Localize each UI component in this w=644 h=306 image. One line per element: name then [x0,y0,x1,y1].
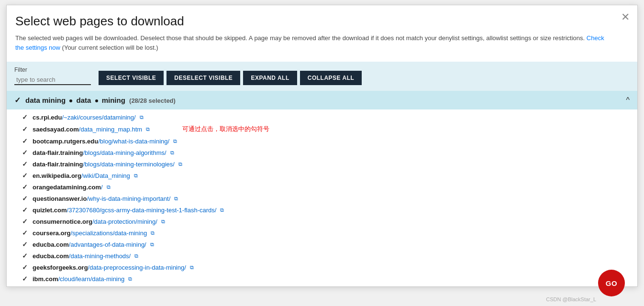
list-item[interactable]: ✓data-flair.training/blogs/data-mining-a… [7,147,637,158]
url-checkbox[interactable]: ✓ [22,263,29,271]
url-checkbox[interactable]: ✓ [22,172,29,179]
url-text: data-flair.training/blogs/data-mining-al… [33,149,167,156]
external-link-icon[interactable]: ⧉ [107,184,111,190]
dialog-description: The selected web pages will be downloade… [15,33,613,52]
url-text: saedsayad.com/data_mining_map.htm [33,126,142,133]
url-text: en.wikipedia.org/wiki/Data_mining [33,172,130,179]
external-link-icon[interactable]: ⧉ [151,230,155,236]
url-text: coursera.org/specializations/data-mining [33,230,147,237]
external-link-icon[interactable]: ⧉ [128,276,132,282]
group-title-mid: data [77,96,91,104]
external-link-icon[interactable]: ⧉ [190,264,194,271]
list-item[interactable]: ✓data-flair.training/blogs/data-mining-t… [7,158,637,170]
filter-bar: Filter SELECT VISIBLE DESELECT VISIBLE E… [7,62,637,91]
external-link-icon[interactable]: ⧉ [150,241,154,248]
list-item[interactable]: ✓ibm.com/cloud/learn/data-mining⧉ [7,273,637,284]
collapse-all-button[interactable]: COLLAPSE ALL [300,71,362,85]
filter-label: Filter [14,66,91,73]
list-item[interactable]: ✓orangedatamining.com/⧉ [7,181,637,193]
settings-note: (Your current selection will be lost.) [62,44,158,51]
url-checkbox[interactable]: ✓ [22,149,29,156]
list-item[interactable]: ✓consumernotice.org/data-protection/mini… [7,216,637,227]
url-text: educba.com/advantages-of-data-mining/ [33,241,146,248]
external-link-icon[interactable]: ⧉ [134,173,138,179]
url-checkbox[interactable]: ✓ [22,229,29,237]
external-link-icon[interactable]: ⧉ [161,219,165,225]
list-item[interactable]: ✓educba.com/data-mining-methods/⧉ [7,250,637,262]
list-item[interactable]: ✓saedsayad.com/data_mining_map.htm⧉可通过点击… [7,123,637,135]
external-link-icon[interactable]: ⧉ [220,207,224,213]
group-checkbox[interactable]: ✓ [14,96,21,105]
group-title-suffix: mining [102,96,125,104]
url-text: orangedatamining.com/ [33,184,103,191]
url-text: bootcamp.rutgers.edu/blog/what-is-data-m… [33,138,169,145]
list-item[interactable]: ✓educba.com/advantages-of-data-mining/⧉ [7,239,637,250]
deselect-visible-button[interactable]: DESELECT VISIBLE [167,71,240,85]
group-collapse-icon[interactable]: ^ [626,96,630,105]
list-item[interactable]: ✓coursera.org/specializations/data-minin… [7,227,637,239]
external-link-icon[interactable]: ⧉ [178,161,182,167]
url-text: ibm.com/cloud/learn/data-mining [33,275,124,283]
url-text: data-flair.training/blogs/data-mining-te… [33,161,175,168]
url-text: questionanswer.io/why-is-data-mining-imp… [33,195,170,202]
external-link-icon[interactable]: ⧉ [146,126,150,132]
url-checkbox[interactable]: ✓ [22,137,29,145]
close-button[interactable]: ✕ [621,12,630,22]
list-item[interactable]: ✓questionanswer.io/why-is-data-mining-im… [7,193,637,204]
search-input[interactable] [14,75,91,85]
group-title-prefix: data mining [25,96,66,104]
expand-all-button[interactable]: EXPAND ALL [243,71,297,85]
url-text: educba.com/data-mining-methods/ [33,252,131,260]
tooltip-text: 可通过点击，取消选中的勾符号 [182,125,269,133]
external-link-icon[interactable]: ⧉ [170,150,174,156]
watermark: CSDN @BlackStar_L [546,296,596,302]
url-checkbox[interactable]: ✓ [22,113,29,121]
url-checkbox[interactable]: ✓ [22,252,29,260]
list-item[interactable]: ✓geeksforgeeks.org/data-preprocessing-in… [7,262,637,273]
content-area: ✓ data mining data mining (28/28 selecte… [7,91,637,286]
url-text: cs.rpi.edu/~zaki/courses/datamining/ [33,114,136,121]
toolbar-buttons: SELECT VISIBLE DESELECT VISIBLE EXPAND A… [99,71,362,85]
group-title: data mining data mining (28/28 selected) [25,96,176,104]
url-checkbox[interactable]: ✓ [22,240,29,248]
list-item[interactable]: ✓cs.rpi.edu/~zaki/courses/datamining/⧉ [7,111,637,123]
list-item[interactable]: ✓en.wikipedia.org/wiki/Data_mining⧉ [7,170,637,181]
url-checkbox[interactable]: ✓ [22,160,29,168]
url-checkbox[interactable]: ✓ [22,183,29,191]
url-checkbox[interactable]: ✓ [22,125,29,133]
dialog-title: Select web pages to download [15,14,613,29]
url-checkbox[interactable]: ✓ [22,218,29,225]
group-header[interactable]: ✓ data mining data mining (28/28 selecte… [7,91,637,109]
external-link-icon[interactable]: ⧉ [140,114,144,120]
desc-text: The selected web pages will be downloade… [15,34,585,42]
url-checkbox[interactable]: ✓ [22,275,29,283]
url-checkbox[interactable]: ✓ [22,206,29,214]
url-text: consumernotice.org/data-protection/minin… [33,218,157,225]
external-link-icon[interactable]: ⧉ [173,138,177,144]
url-text: quizlet.com/372307680/gcss-army-data-min… [33,207,216,214]
url-text: geeksforgeeks.org/data-preprocessing-in-… [33,264,186,271]
go-button[interactable]: GO [598,270,625,296]
external-link-icon[interactable]: ⧉ [134,253,138,259]
url-checkbox[interactable]: ✓ [22,195,29,202]
list-item[interactable]: ✓bootcamp.rutgers.edu/blog/what-is-data-… [7,135,637,147]
external-link-icon[interactable]: ⧉ [174,196,178,202]
group-count: (28/28 selected) [129,97,176,104]
list-item[interactable]: ✓quizlet.com/372307680/gcss-army-data-mi… [7,204,637,216]
select-visible-button[interactable]: SELECT VISIBLE [99,71,164,85]
url-list: ✓cs.rpi.edu/~zaki/courses/datamining/⧉✓s… [7,109,637,286]
filter-section: Filter [14,66,91,85]
